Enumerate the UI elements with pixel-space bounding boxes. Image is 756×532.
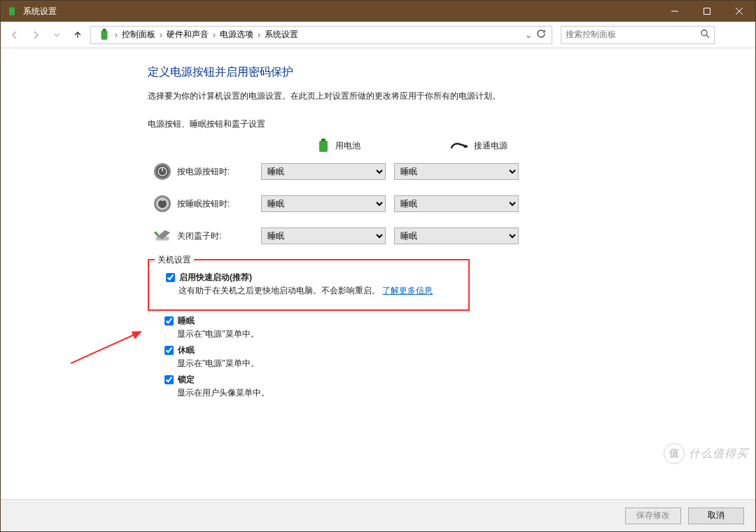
power-button-battery-select[interactable]: 睡眠 <box>261 163 386 180</box>
svg-rect-1 <box>10 6 13 8</box>
page-title: 定义电源按钮并启用密码保护 <box>148 65 652 80</box>
fast-startup-desc: 这有助于在关机之后更快地启动电脑。不会影响重启。 了解更多信息 <box>178 285 460 297</box>
breadcrumb-item[interactable]: 控制面板 <box>120 29 157 41</box>
power-button-plugged-select[interactable]: 睡眠 <box>394 163 519 180</box>
svg-point-12 <box>463 145 468 148</box>
column-battery-label: 用电池 <box>335 140 360 152</box>
svg-point-8 <box>701 30 707 36</box>
group-legend: 关机设置 <box>155 254 194 266</box>
navbar: › 控制面板 › 硬件和声音 › 电源选项 › 系统设置 ⌄ 搜索控制面板 <box>1 22 755 48</box>
minimize-button[interactable] <box>659 1 691 22</box>
hibernate-menu-checkbox[interactable] <box>164 346 174 355</box>
section-label: 电源按钮、睡眠按钮和盖子设置 <box>148 118 652 130</box>
page-description: 选择要为你的计算机设置的电源设置。在此页上对设置所做的更改将应用于你所有的电源计… <box>148 90 652 103</box>
search-input[interactable]: 搜索控制面板 <box>561 26 715 44</box>
svg-rect-10 <box>319 141 328 152</box>
chevron-right-icon: › <box>213 30 216 40</box>
sleep-menu-checkbox[interactable] <box>164 316 174 326</box>
nav-forward-button[interactable] <box>26 25 46 45</box>
breadcrumb-item[interactable]: 硬件和声音 <box>165 29 210 41</box>
search-icon <box>700 29 710 41</box>
lid-plugged-select[interactable]: 睡眠 <box>394 227 519 244</box>
shutdown-settings-group: 关机设置 启用快速启动(推荐) 这有助于在关机之后更快地启动电脑。不会影响重启。… <box>148 259 470 311</box>
lock-menu-label: 锁定 <box>178 374 195 386</box>
lock-menu-checkbox[interactable] <box>164 375 174 384</box>
nav-up-button[interactable] <box>68 25 88 45</box>
hibernate-menu-label: 休眠 <box>178 344 195 356</box>
svg-line-9 <box>706 35 709 38</box>
svg-rect-7 <box>103 29 106 31</box>
content-area: 定义电源按钮并启用密码保护 选择要为你的计算机设置的电源设置。在此页上对设置所做… <box>1 48 755 499</box>
power-button-icon <box>153 162 172 181</box>
sleep-menu-label: 睡眠 <box>178 315 195 327</box>
learn-more-link[interactable]: 了解更多信息 <box>382 286 433 295</box>
sleep-menu-desc: 显示在"电源"菜单中。 <box>177 328 652 340</box>
fast-startup-checkbox[interactable] <box>166 273 175 282</box>
close-button[interactable] <box>723 1 755 22</box>
breadcrumb-bar[interactable]: › 控制面板 › 硬件和声音 › 电源选项 › 系统设置 ⌄ <box>90 26 552 44</box>
battery-icon <box>317 139 330 153</box>
svg-rect-3 <box>704 8 710 15</box>
chevron-right-icon: › <box>115 30 118 40</box>
sleep-button-battery-select[interactable]: 睡眠 <box>261 195 386 212</box>
chevron-right-icon: › <box>160 30 162 40</box>
plug-icon <box>450 141 468 150</box>
svg-rect-11 <box>321 139 326 141</box>
svg-rect-0 <box>9 7 15 15</box>
laptop-lid-icon <box>153 227 172 245</box>
row-label: 关闭盖子时: <box>177 230 261 242</box>
nav-back-button[interactable] <box>5 25 24 45</box>
power-button-row: 按电源按钮时: 睡眠 睡眠 <box>148 162 652 181</box>
sleep-button-row: 按睡眠按钮时: 睡眠 睡眠 <box>148 195 652 213</box>
refresh-icon[interactable] <box>536 29 546 41</box>
watermark-badge: 值 <box>664 443 685 464</box>
watermark-text: 什么值得买 <box>689 447 748 461</box>
titlebar: 系统设置 <box>1 1 755 22</box>
breadcrumb-item[interactable]: 电源选项 <box>218 29 255 41</box>
window-title: 系统设置 <box>23 6 57 18</box>
save-button[interactable]: 保存修改 <box>625 507 681 524</box>
watermark: 值 什么值得买 <box>664 443 748 464</box>
nav-history-button[interactable] <box>47 25 66 45</box>
row-label: 按睡眠按钮时: <box>177 198 261 210</box>
svg-line-20 <box>71 332 141 363</box>
search-placeholder: 搜索控制面板 <box>566 29 616 41</box>
footer: 保存修改 取消 <box>1 499 755 531</box>
fast-startup-label: 启用快速启动(推荐) <box>179 272 252 284</box>
chevron-down-icon[interactable]: ⌄ <box>525 30 532 40</box>
column-plugged-label: 接通电源 <box>474 140 507 152</box>
maximize-button[interactable] <box>691 1 723 22</box>
hibernate-menu-desc: 显示在"电源"菜单中。 <box>177 358 652 370</box>
battery-app-icon <box>98 29 111 41</box>
battery-app-icon <box>6 6 18 17</box>
lock-menu-desc: 显示在用户头像菜单中。 <box>177 387 652 399</box>
lid-battery-select[interactable]: 睡眠 <box>261 227 386 244</box>
sleep-button-plugged-select[interactable]: 睡眠 <box>394 195 519 212</box>
svg-rect-6 <box>102 30 108 40</box>
lid-close-row: 关闭盖子时: 睡眠 睡眠 <box>148 227 652 245</box>
chevron-right-icon: › <box>258 30 260 40</box>
cancel-button[interactable]: 取消 <box>688 507 744 524</box>
annotation-arrow <box>71 325 155 374</box>
row-label: 按电源按钮时: <box>177 166 261 178</box>
sleep-button-icon <box>153 195 172 213</box>
breadcrumb-item[interactable]: 系统设置 <box>263 29 300 41</box>
